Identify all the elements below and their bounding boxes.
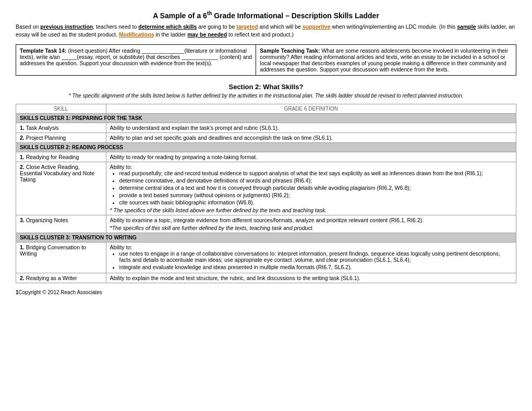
cluster-row: SKILLS CLUSTER 3: TRANSITION TO WRITING <box>16 233 516 243</box>
skill-definition-cell: Ability to:read purposefully; cite and r… <box>106 162 516 215</box>
skill-definition-cell: Ability to explain the mode and text str… <box>106 273 516 283</box>
determine-skills-link[interactable]: determine which skills <box>138 23 197 30</box>
intro-paragraph: Based on previous instruction, teachers … <box>16 23 516 40</box>
skill-name-cell: 2. Close Active Reading, Essential Vocab… <box>16 162 106 215</box>
template-task-right: Sample Teaching Task: What are some reas… <box>256 45 516 76</box>
skills-table: SKILL GRADE 6 DEFINITION SKILLS CLUSTER … <box>16 104 516 283</box>
skill-name-cell: 1. Bridging Conversation to Writing <box>16 243 106 273</box>
footer: 1Copyright © 2012 Reach Associates <box>16 289 516 295</box>
table-row: 2. Close Active Reading, Essential Vocab… <box>16 162 516 215</box>
skill-name-cell: 1. Task Analysis <box>16 123 106 133</box>
template-task-table: Template Task 14: (Insert question) Afte… <box>16 44 516 76</box>
skill-name-cell: 2. Readying as a Writer <box>16 273 106 283</box>
table-row: 1. Readying for ReadingAbility to ready … <box>16 152 516 162</box>
skill-name-cell: 2. Project Planning <box>16 133 106 143</box>
table-row: 1. Bridging Conversation to WritingAbili… <box>16 243 516 273</box>
table-row: 1. Task AnalysisAbility to understand an… <box>16 123 516 133</box>
section2-subtitle: * The specific alignment of the skills l… <box>16 93 516 99</box>
cluster-row: SKILLS CLUSTER 2: READING PROCESS <box>16 143 516 152</box>
table-header-row: SKILL GRADE 6 DEFINITION <box>16 104 516 114</box>
skill-definition-cell: Ability to:use notes to engage in a rang… <box>106 243 516 273</box>
table-row: 2. Readying as a WriterAbility to explai… <box>16 273 516 283</box>
table-row: 2. Project PlanningAbility to plan and s… <box>16 133 516 143</box>
cluster-row: SKILLS CLUSTER 1: PREPARING FOR THE TASK <box>16 114 516 123</box>
skill-definition-cell: Ability to plan and set specific goals a… <box>106 133 516 143</box>
table-row: 3. Organizing NotesAbility to examine a … <box>16 215 516 233</box>
skill-definition-cell: Ability to ready for reading by preparin… <box>106 152 516 162</box>
copyright-text: Copyright © 2012 Reach Associates <box>19 289 102 295</box>
skill-col-header: SKILL <box>16 104 106 114</box>
skill-definition-cell: Ability to understand and explain the ta… <box>106 123 516 133</box>
skill-definition-cell: Ability to examine a topic, integrate ev… <box>106 215 516 233</box>
definition-col-header: GRADE 6 DEFINITION <box>106 104 516 114</box>
skill-name-cell: 1. Readying for Reading <box>16 152 106 162</box>
previous-instruction-link[interactable]: previous instruction <box>40 23 93 30</box>
skill-name-cell: 3. Organizing Notes <box>16 215 106 233</box>
section2-title: Section 2: What Skills? <box>16 83 516 91</box>
page-title: A Sample of a 6th Grade Informational – … <box>16 10 516 20</box>
template-task-left: Template Task 14: (Insert question) Afte… <box>16 45 256 76</box>
